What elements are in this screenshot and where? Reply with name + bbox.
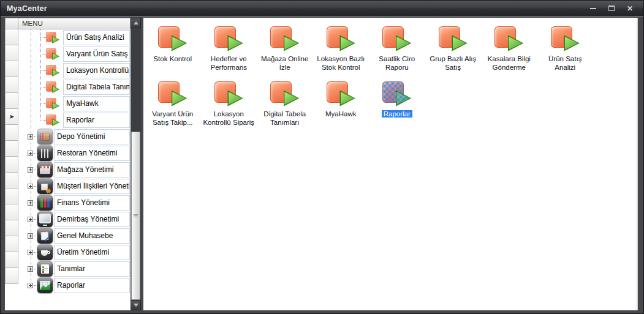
tree-item[interactable]: MyaHawk [18, 95, 131, 112]
minimize-icon [590, 8, 596, 9]
row-indicator-cell [5, 29, 18, 45]
tree-item[interactable]: Genel Muhasebe [18, 228, 131, 244]
row-indicator-cell [5, 124, 18, 141]
tree-item[interactable]: Mağaza Yönetimi [18, 162, 131, 178]
row-indicator-cell [5, 140, 18, 157]
menu-header: MENU [18, 18, 131, 29]
tree-item-label: Üretim Yönetimi [54, 245, 130, 260]
launch-icon [270, 26, 299, 51]
launch-icon [214, 26, 243, 51]
launch-icon [214, 81, 243, 107]
close-button[interactable]: ✕ [623, 3, 637, 14]
expand-plus-icon[interactable] [28, 200, 33, 206]
expand-plus-icon[interactable] [28, 184, 33, 189]
launch-icon [439, 26, 468, 51]
expand-plus-icon[interactable] [28, 217, 33, 222]
expand-plus-icon[interactable] [28, 250, 33, 255]
app-shortcut[interactable]: Kasalara Bilgi Gönderme [481, 23, 537, 78]
tree-item-label: Finans Yönetimi [54, 195, 130, 211]
arrow-up-icon [134, 21, 138, 24]
launch-icon [46, 81, 59, 94]
launch-icon [46, 98, 59, 110]
app-shortcut[interactable]: MyaHawk [313, 78, 369, 133]
tree-item-label: Demirbaş Yönetimi [54, 212, 130, 227]
tree-item[interactable]: Raporlar [18, 277, 131, 294]
minimize-button[interactable] [586, 3, 600, 14]
shopping-bag-icon [37, 179, 53, 194]
green-chart-icon [37, 278, 53, 293]
shortcut-panel: Stok Kontrol Hedefler ve Performans Mağa… [143, 18, 638, 310]
tree-item[interactable]: Demirbaş Yönetimi [18, 211, 131, 228]
scrollbar-thumb[interactable] [131, 132, 140, 300]
window-content: ➤ MENU Ürün Satış Analizi Varyant Ürün S… [0, 17, 644, 314]
launch-icon [382, 26, 411, 51]
shortcut-label: Varyant Ürün Satış Takip... [146, 110, 200, 127]
row-indicator-cell: ➤ [5, 108, 18, 125]
expand-plus-icon[interactable] [28, 266, 33, 272]
current-row-arrow-icon: ➤ [9, 114, 14, 120]
shortcut-label: Lokasyon Kontrollü Sipariş [202, 110, 256, 127]
expand-plus-icon[interactable] [28, 233, 33, 239]
app-shortcut[interactable]: Stok Kontrol [145, 23, 201, 78]
app-shortcut[interactable]: Mağaza Online İzle [257, 23, 313, 78]
tree-item-label: Genel Muhasebe [54, 228, 130, 244]
tree-item[interactable]: Finans Yönetimi [18, 195, 131, 211]
tree-item[interactable]: Raporlar [18, 112, 131, 129]
tree-item[interactable]: Restoran Yönetimi [18, 145, 131, 162]
tree-item-label: Varyant Ürün Satış ... [63, 47, 130, 62]
app-shortcut[interactable]: Hedefler ve Performans [201, 23, 257, 78]
app-shortcut[interactable]: Lokasyon Kontrollü Sipariş [201, 78, 257, 133]
tree-item-label: Raporlar [63, 113, 130, 128]
tree-item[interactable]: Üretim Yönetimi [18, 244, 131, 261]
app-shortcut[interactable]: Raporlar [369, 78, 425, 133]
shortcut-label: MyaHawk [325, 110, 356, 119]
row-indicator-cell [5, 236, 18, 252]
checklist-icon [37, 261, 53, 277]
cutlery-icon [37, 146, 53, 161]
tree-item-label: Raporlar [54, 278, 130, 293]
row-indicator-cell [5, 77, 18, 93]
app-shortcut[interactable]: Saatlik Ciro Raporu [369, 23, 425, 78]
tree-item[interactable]: Tanımlar [18, 261, 131, 277]
monitor-icon [37, 212, 53, 227]
app-shortcut[interactable]: Digital Tabela Tanımları [257, 78, 313, 133]
close-icon: ✕ [627, 5, 633, 12]
shortcut-label: Stok Kontrol [153, 55, 192, 64]
row-indicator-cell [5, 156, 18, 173]
indicator-column-header [5, 18, 18, 29]
expand-plus-icon[interactable] [28, 151, 33, 156]
tree-item-label: MyaHawk [63, 96, 130, 111]
row-indicator-cell [5, 172, 18, 189]
app-shortcut[interactable]: Varyant Ürün Satış Takip... [145, 78, 201, 133]
row-indicator-cell [5, 252, 18, 268]
menu-tree: MENU Ürün Satış Analizi Varyant Ürün Sat… [18, 18, 131, 310]
row-indicator-cell [5, 45, 18, 61]
expand-plus-icon[interactable] [28, 134, 33, 140]
launch-icon [382, 81, 411, 107]
tree-item[interactable]: Ürün Satış Analizi [18, 29, 131, 46]
expand-plus-icon[interactable] [28, 283, 33, 288]
maximize-button[interactable] [604, 3, 619, 14]
tree-item[interactable]: Varyant Ürün Satış ... [18, 46, 131, 62]
tree-item[interactable]: Lokasyon Kontrollü ... [18, 62, 131, 79]
app-shortcut[interactable]: Lokasyon Bazlı Stok Kontrol [313, 23, 369, 78]
sidebar-scrollbar[interactable] [131, 18, 141, 310]
launch-icon [158, 26, 187, 51]
app-shortcut[interactable]: Ürün Satış Analizi [537, 23, 594, 78]
app-shortcut[interactable]: Grup Bazlı Alış Satış [425, 23, 482, 78]
tree-item[interactable]: Depo Yönetimi [18, 129, 131, 145]
expand-plus-icon[interactable] [28, 167, 33, 173]
launch-icon [46, 65, 59, 77]
title-bar[interactable]: MyaCenter ✕ [1, 1, 643, 17]
tree-item[interactable]: Digital Tabela Tanım... [18, 79, 131, 95]
row-indicator-cell [5, 267, 18, 284]
shortcut-label: Lokasyon Bazlı Stok Kontrol [314, 55, 368, 72]
scroll-up-button[interactable] [131, 18, 141, 28]
launch-icon [46, 32, 59, 44]
window-controls: ✕ [582, 3, 643, 14]
arrow-down-icon [134, 304, 138, 307]
tree-item[interactable]: Müşteri İlişkileri Yönetimi [18, 178, 131, 195]
scroll-down-button[interactable] [131, 300, 141, 310]
shortcut-label: Digital Tabela Tanımları [258, 110, 312, 127]
row-indicator-cell [5, 188, 18, 204]
